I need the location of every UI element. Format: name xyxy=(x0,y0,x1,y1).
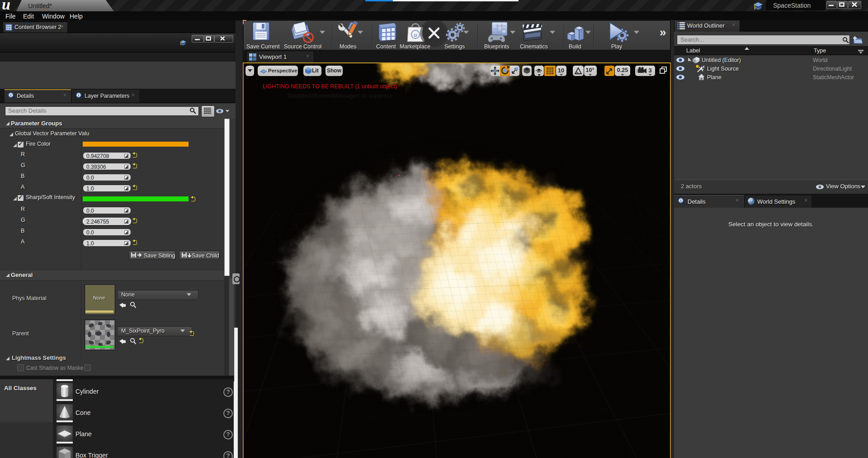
svg-text:3: 3 xyxy=(648,67,651,74)
svg-text:10°: 10° xyxy=(586,67,594,73)
svg-text:u: u xyxy=(414,31,417,38)
svg-text:10: 10 xyxy=(558,67,564,74)
svg-text:0.25: 0.25 xyxy=(617,67,628,73)
